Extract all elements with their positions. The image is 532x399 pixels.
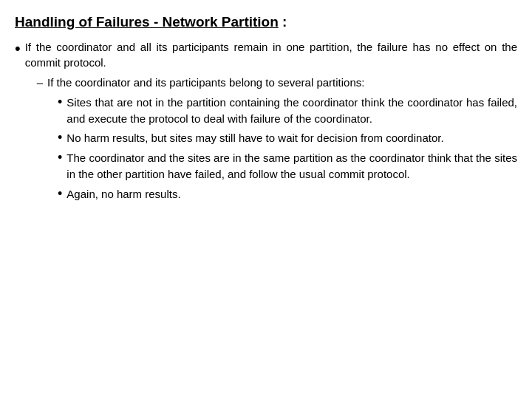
- main-list: • If the coordinator and all its partici…: [15, 39, 517, 209]
- title-rest: :: [279, 14, 287, 30]
- small-bullet-icon-3: •: [58, 150, 62, 166]
- sub-sub-list-item-1: • Sites that are not in the partition co…: [58, 95, 517, 127]
- small-bullet-icon-4: •: [58, 186, 62, 202]
- sub-sub-list: • Sites that are not in the partition co…: [47, 95, 517, 202]
- title-underline: Handling of Failures - Network Partition: [15, 14, 279, 30]
- sub-list: – If the coordinator and its participant…: [25, 75, 517, 205]
- sub-sub-list-item-3: • The coordinator and the sites are in t…: [58, 150, 517, 183]
- main-bullet-icon: •: [15, 39, 21, 58]
- sub-sub-list-item-2: • No harm results, but sites may still h…: [58, 130, 517, 146]
- sub-sub-text-4: Again, no harm results.: [66, 186, 517, 202]
- sub-sub-text-1: Sites that are not in the partition cont…: [66, 95, 517, 127]
- sub-bullet-text: If the coordinator and its participants …: [47, 76, 364, 89]
- small-bullet-icon-1: •: [58, 95, 62, 111]
- sub-list-item: – If the coordinator and its participant…: [37, 75, 517, 205]
- main-bullet-text: If the coordinator and all its participa…: [25, 41, 517, 69]
- main-list-item: • If the coordinator and all its partici…: [15, 39, 517, 209]
- small-bullet-icon-2: •: [58, 130, 62, 146]
- sub-sub-text-3: The coordinator and the sites are in the…: [66, 150, 517, 183]
- page-title: Handling of Failures - Network Partition…: [15, 13, 517, 32]
- sub-sub-text-2: No harm results, but sites may still hav…: [66, 130, 517, 146]
- sub-sub-list-item-4: • Again, no harm results.: [58, 186, 517, 202]
- dash-icon: –: [37, 75, 43, 91]
